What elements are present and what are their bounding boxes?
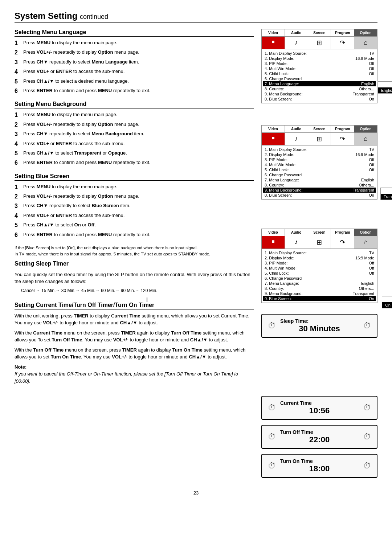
timer-para3: With the Turn Off Time menu on the scree…	[15, 346, 254, 361]
step-3: 3Press CH▼ repeatedly to select Menu Lan…	[15, 59, 254, 66]
menu-item-row: 3. PIP Mode:Off	[265, 61, 374, 66]
current-time-left-icon: ⏱	[268, 403, 276, 413]
icon-program-1: ↷	[331, 37, 354, 49]
menu-item-row: 6. Change Password	[265, 76, 374, 81]
menu-item-row: 3. PIP Mode:Off	[265, 260, 374, 266]
section-menu-background: Setting Menu Background 1Press MENU to d…	[15, 101, 254, 167]
icon-option-2: ⌂	[354, 133, 377, 145]
menu-item-row: 5. Child Lock:Off	[265, 71, 374, 76]
step-5: 5Press CH▲/▼ to select a desired menu la…	[15, 78, 254, 86]
menu-panel-1: Video Audio Screen Program Option ■ ♪ ⊞ …	[261, 29, 377, 103]
step-4: 4Press VOL+ or ENTER to access the sub-m…	[15, 140, 254, 148]
current-time-right-icon: ⏱	[363, 403, 371, 413]
current-time-box: ⏱ Current Time 10:56 ⏱	[261, 396, 377, 420]
step-4: 4Press VOL+ or ENTER to access the sub-m…	[15, 212, 254, 220]
menu-item-row: 8. Country:Others...	[265, 182, 374, 188]
turn-off-time-box-inner: ⏱ Turn Off Time 22:00 ⏱	[268, 429, 371, 444]
menu-items-1: 1. Main Display Source:TV 2. Display Mod…	[262, 49, 377, 103]
popup-item: Off	[382, 296, 392, 302]
tab-screen-3: Screen	[308, 229, 331, 236]
section-blue-screen: Setting Blue Screen 1Press MENU to displ…	[15, 173, 254, 258]
menu-item-row: 4. MultiWin Mode:Off	[265, 266, 374, 271]
menu-item-row: 7. Menu Language:English	[265, 177, 374, 182]
step-5: 5Press CH▲/▼ to select Transparent or Op…	[15, 150, 254, 157]
menu-tabs-2: Video Audio Screen Program Option	[262, 126, 377, 133]
menu-item-row: 5. Child Lock:Off	[265, 167, 374, 172]
popup-item: Trad-Chinese	[378, 82, 392, 87]
step-1: 1Press MENU to display the menu main pag…	[15, 111, 254, 119]
icon-screen-3: ⊞	[308, 236, 331, 249]
step-3: 3Press CH▼ repeatedly to select Menu Bac…	[15, 131, 254, 138]
turn-on-label: Turn On Time	[280, 458, 359, 464]
menu-item-row: 1. Main Display Source:TV	[265, 51, 374, 56]
menu-item-row: 2. Display Mode:16:9 Mode	[265, 152, 374, 157]
turn-off-value: 22:00	[280, 435, 359, 444]
menu-icons-1: ■ ♪ ⊞ ↷ ⌂	[262, 37, 377, 49]
menu-item-row: 4. MultiWin Mode:Off	[265, 162, 374, 167]
tab-screen-2: Screen	[308, 126, 331, 132]
menu-tabs-1: Video Audio Screen Program Option	[262, 29, 377, 37]
icon-audio-3: ♪	[285, 236, 308, 249]
submenu-popup-3: Off On	[382, 296, 392, 308]
icon-audio-1: ♪	[285, 37, 308, 49]
menu-item-row: 6. Change Password	[265, 276, 374, 281]
step-list-blue-screen: 1Press MENU to display the menu main pag…	[15, 184, 254, 239]
popup-item: Opaque	[381, 188, 392, 194]
menu-items-2: 1. Main Display Source:TV 2. Display Mod…	[262, 145, 377, 199]
icon-option-1: ⌂	[354, 37, 377, 49]
tab-audio-2: Audio	[285, 126, 308, 132]
section-title-menu-language: Selecting Menu Language	[15, 29, 254, 37]
icon-video-1: ■	[262, 37, 285, 49]
turn-on-left-icon: ⏱	[268, 461, 276, 471]
menu-item-highlighted: 7. Menu Language: English Trad-Chinese E…	[263, 81, 376, 86]
section-timer: Setting Current Time/Turn Off Timer/Turn…	[15, 302, 254, 385]
sleep-timer-label: Sleep Time:	[280, 318, 359, 324]
step-list-menu-language: 1Press MENU to display the menu main pag…	[15, 40, 254, 95]
tab-option-2: Option	[354, 126, 377, 132]
blue-screen-note: If the [Blue Screen] is set to [On], the…	[15, 245, 254, 258]
tab-option-1: Option	[354, 29, 377, 36]
tab-video-1: Video	[262, 29, 285, 36]
sleep-timer-value: 30 Minutes	[280, 324, 359, 333]
menu-item-row: 2. Display Mode:16:9 Mode	[265, 56, 374, 61]
menu-icons-3: ■ ♪ ⊞ ↷ ⌂	[262, 236, 377, 249]
page-title: System Setting continued	[15, 11, 377, 23]
submenu-popup-2: Opaque Transparent	[380, 188, 392, 200]
sleep-cycle: Cancel → 15 Min.→ 30 Min.→ 45 Min.→ 60 M…	[21, 288, 254, 293]
menu-item-row: 4. MultiWin Mode:Off	[265, 66, 374, 71]
popup-item-highlighted: English	[378, 87, 392, 93]
menu-item-row: 8. Country:Others...	[265, 286, 374, 291]
current-time-box-inner: ⏱ Current Time 10:56 ⏱	[268, 400, 371, 415]
tab-audio-1: Audio	[285, 29, 308, 36]
turn-off-label: Turn Off Time	[280, 429, 359, 435]
sleep-timer-box: ⏱ Sleep Time: 30 Minutes ⏱	[261, 314, 377, 338]
turn-off-label-area: Turn Off Time 22:00	[280, 429, 359, 444]
turn-on-time-box: ⏱ Turn On Time 18:00 ⏱	[261, 454, 377, 478]
tab-screen-1: Screen	[308, 29, 331, 36]
section-title-menu-background: Setting Menu Background	[15, 101, 254, 108]
current-time-label-area: Current Time 10:56	[280, 400, 359, 415]
popup-item-highlighted: On	[382, 302, 392, 308]
section-title-sleep-timer: Setting Sleep Timer	[15, 260, 254, 268]
step-2: 2Press VOL+/- repeatedly to display Opti…	[15, 49, 254, 57]
turn-off-left-icon: ⏱	[268, 432, 276, 442]
step-1: 1Press MENU to display the menu main pag…	[15, 184, 254, 191]
step-3: 3Press CH▼ repeatedly to select Blue Scr…	[15, 202, 254, 210]
menu-item-row: 2. Display Mode:16:9 Mode	[265, 255, 374, 260]
step-2: 2Press VOL+/- repeatedly to display Opti…	[15, 193, 254, 201]
tab-option-3: Option	[354, 229, 377, 236]
turn-off-time-box: ⏱ Turn Off Time 22:00 ⏱	[261, 425, 377, 449]
sleep-timer-right-icon: ⏱	[363, 321, 371, 331]
menu-items-3: 1. Main Display Source:TV 2. Display Mod…	[262, 249, 377, 303]
step-6: 6Press ENTER to confirm and press MENU r…	[15, 159, 254, 167]
menu-item-row: 7. Menu Language:English	[265, 281, 374, 286]
section-menu-language: Selecting Menu Language 1Press MENU to d…	[15, 29, 254, 95]
timer-para1: With the unit working, press TIMER to di…	[15, 312, 254, 327]
popup-item-highlighted: Transparent	[381, 194, 392, 200]
current-time-label: Current Time	[280, 400, 359, 406]
submenu-popup-1: Trad-Chinese English	[378, 81, 392, 94]
turn-on-label-area: Turn On Time 18:00	[280, 458, 359, 473]
icon-program-2: ↷	[331, 133, 354, 145]
icon-video-3: ■	[262, 236, 285, 249]
step-4: 4Press VOL+ or ENTER to access the sub-m…	[15, 68, 254, 76]
